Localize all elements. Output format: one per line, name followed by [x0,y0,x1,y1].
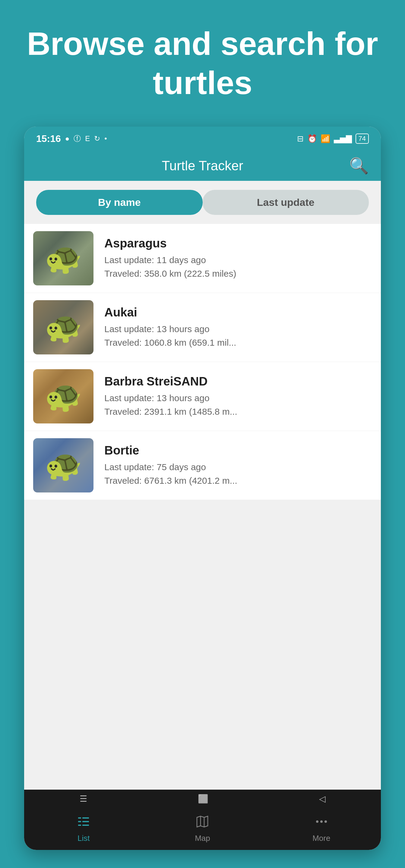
vibrate-icon: ⊟ [297,134,304,144]
app-title: Turtle Tracker [162,158,243,173]
turtle-name: Asparagus [104,237,236,250]
turtle-info: Bortie Last update: 75 days ago Traveled… [104,444,237,487]
messenger-icon: ● [65,134,70,143]
nav-label-map: Map [195,834,210,843]
svg-point-9 [320,820,323,823]
menu-icon[interactable]: ☰ [80,794,87,804]
system-nav-bar: ☰ ⬜ ◁ [24,789,381,808]
nav-item-more[interactable]: More [262,815,381,843]
dot-icon: • [104,134,107,143]
turtle-traveled: Traveled: 6761.3 km (4201.2 m... [104,474,237,487]
turtle-last-update: Last update: 75 days ago [104,460,237,474]
sync-icon: ↻ [94,134,100,143]
turtle-name: Aukai [104,306,236,319]
status-time: 15:16 [36,133,61,144]
bottom-nav: List Map More [24,808,381,850]
nav-label-list: List [78,834,90,843]
map-icon [196,815,209,831]
battery-indicator: 74 [355,133,369,144]
turtle-item[interactable]: Bortie Last update: 75 days ago Traveled… [24,431,381,500]
turtle-info: Asparagus Last update: 11 days ago Trave… [104,237,236,280]
search-button[interactable]: 🔍 [349,157,369,175]
back-icon[interactable]: ◁ [319,794,326,804]
facebook-icon: ⓕ [74,134,81,144]
turtle-thumbnail [33,438,93,493]
svg-rect-3 [82,821,89,822]
wifi-icon: 📶 [321,134,330,144]
tab-by-name[interactable]: By name [36,190,203,215]
list-icon [77,815,90,831]
turtle-info: Aukai Last update: 13 hours ago Traveled… [104,306,236,349]
nav-item-map[interactable]: Map [143,815,262,843]
turtle-last-update: Last update: 13 hours ago [104,391,237,405]
turtle-name: Barbra StreiSAND [104,375,237,388]
svg-rect-1 [82,817,89,818]
turtle-item[interactable]: Asparagus Last update: 11 days ago Trave… [24,224,381,293]
svg-rect-5 [82,825,89,826]
home-icon[interactable]: ⬜ [198,794,208,804]
status-bar: 15:16 ● ⓕ Ε ↻ • ⊟ ⏰ 📶 ▃▅▇ 74 [24,127,381,151]
turtle-traveled: Traveled: 358.0 km (222.5 miles) [104,267,236,280]
turtle-thumbnail [33,300,93,354]
alarm-icon: ⏰ [307,134,317,144]
turtle-traveled: Traveled: 1060.8 km (659.1 mil... [104,336,236,349]
turtle-traveled: Traveled: 2391.1 km (1485.8 m... [104,405,237,418]
turtle-list: Asparagus Last update: 11 days ago Trave… [24,224,381,500]
status-right: ⊟ ⏰ 📶 ▃▅▇ 74 [297,133,369,144]
svg-point-8 [316,820,318,823]
e-icon: Ε [85,134,90,143]
hero-title: Browse and search for turtles [18,24,387,102]
sort-tabs: By name Last update [24,181,381,221]
status-left: 15:16 ● ⓕ Ε ↻ • [36,133,107,144]
turtle-thumbnail [33,231,93,285]
tab-last-update[interactable]: Last update [203,190,369,215]
content-area: By name Last update Asparagus Last updat… [24,181,381,808]
turtle-last-update: Last update: 13 hours ago [104,322,236,336]
svg-rect-2 [78,821,81,822]
turtle-item[interactable]: Aukai Last update: 13 hours ago Traveled… [24,293,381,362]
turtle-info: Barbra StreiSAND Last update: 13 hours a… [104,375,237,418]
app-bar: Turtle Tracker 🔍 [24,151,381,181]
turtle-name: Bortie [104,444,237,457]
turtle-thumbnail [33,369,93,424]
nav-label-more: More [312,834,330,843]
hero-section: Browse and search for turtles [0,0,405,114]
svg-rect-0 [78,817,81,818]
svg-point-10 [324,820,327,823]
turtle-item[interactable]: Barbra StreiSAND Last update: 13 hours a… [24,362,381,431]
svg-rect-4 [78,825,81,826]
signal-icon: ▃▅▇ [334,134,352,144]
nav-item-list[interactable]: List [24,815,143,843]
turtle-last-update: Last update: 11 days ago [104,253,236,267]
phone-mockup: 15:16 ● ⓕ Ε ↻ • ⊟ ⏰ 📶 ▃▅▇ 74 Turtle Trac… [24,127,381,850]
more-icon [315,815,328,831]
